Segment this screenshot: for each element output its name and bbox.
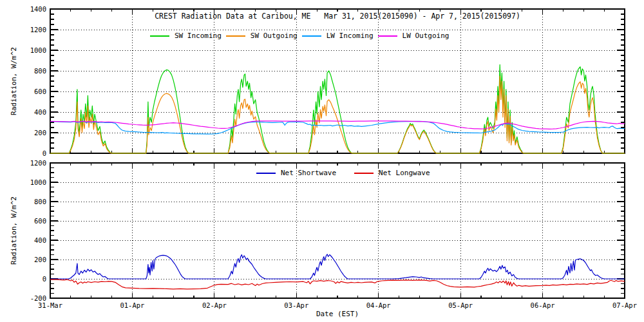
y-tick-label: 200 (34, 129, 46, 137)
y-tick-label: 0 (43, 149, 46, 157)
x-tick-label: 31-Mar (38, 301, 62, 309)
y-tick-label: 800 (34, 198, 46, 205)
radiation-plot-canvas: 0200400600800100012001400-20002004006008… (0, 0, 644, 322)
y-tick-label: 800 (34, 67, 46, 75)
series-line-sw-outgoing (50, 76, 625, 153)
legend-label: SW Outgoing (251, 32, 298, 40)
y-tick-label: 1200 (30, 159, 46, 167)
y-tick-label: 200 (34, 256, 46, 263)
net-shortwave-line-swatch-icon (256, 173, 276, 174)
lw-incoming-line-swatch-icon (302, 35, 321, 37)
y-tick-label: 400 (34, 236, 46, 244)
top-panel-y-axis-label: Radiation, W/m^2 (10, 47, 18, 115)
legend-item-lw-incoming: LW Incoming (302, 32, 374, 40)
y-tick-label: 600 (34, 217, 46, 225)
panel-0: 0200400600800100012001400 (30, 5, 625, 157)
x-tick-label: 04-Apr (366, 301, 391, 309)
bottom-panel-legend: Net Shortwave Net Longwave (256, 169, 430, 177)
y-tick-label: 400 (34, 108, 46, 116)
y-tick-label: 1400 (30, 5, 46, 13)
bottom-panel-y-axis-label: Radiation, W/m^2 (10, 196, 18, 265)
x-tick-label: 07-Apr (612, 301, 637, 309)
radiation-figure: 0200400600800100012001400-20002004006008… (0, 0, 644, 322)
y-tick-label: 1000 (30, 178, 46, 186)
net-longwave-line-swatch-icon (354, 173, 374, 174)
y-tick-label: -200 (30, 294, 46, 302)
sw-outgoing-line-swatch-icon (226, 35, 245, 37)
top-panel-legend: SW Incoming SW Outgoing LW Incoming LW O… (150, 32, 449, 40)
chart-title: CREST Radiation Data at Caribou, ME Mar … (50, 12, 625, 21)
y-tick-label: 1000 (30, 46, 46, 54)
series-line-lw-incoming (50, 121, 625, 134)
lw-outgoing-line-swatch-icon (378, 35, 397, 37)
y-tick-label: 0 (43, 275, 46, 283)
sw-incoming-line-swatch-icon (150, 35, 169, 37)
y-tick-label: 600 (34, 88, 46, 95)
series-line-net-shortwave (50, 254, 625, 279)
legend-label: SW Incoming (175, 32, 222, 40)
x-tick-label: 02-Apr (202, 301, 227, 309)
legend-item-net-shortwave: Net Shortwave (256, 169, 336, 177)
legend-label: LW Outgoing (402, 32, 450, 40)
legend-label: Net Longwave (379, 169, 430, 177)
y-tick-label: 1200 (30, 26, 46, 33)
legend-label: LW Incoming (327, 32, 374, 40)
x-axis-label: Date (EST) (50, 310, 625, 318)
legend-item-sw-incoming: SW Incoming (150, 32, 222, 40)
x-tick-label: 06-Apr (531, 301, 555, 309)
legend-label: Net Shortwave (281, 169, 336, 177)
series-line-net-longwave (50, 279, 625, 289)
x-tick-label: 03-Apr (284, 301, 308, 309)
legend-item-sw-outgoing: SW Outgoing (226, 32, 298, 40)
series-line-sw-incoming (50, 64, 625, 153)
x-tick-label: 01-Apr (120, 301, 144, 309)
legend-item-lw-outgoing: LW Outgoing (378, 32, 450, 40)
x-tick-label: 05-Apr (448, 301, 473, 309)
panel-1: -20002004006008001000120031-Mar01-Apr02-… (30, 159, 637, 310)
legend-item-net-longwave: Net Longwave (354, 169, 430, 177)
